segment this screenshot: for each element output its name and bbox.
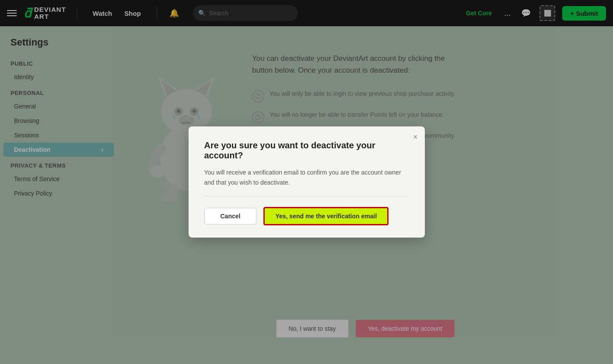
modal-body-text: You will receive a verification email to… [204,168,409,187]
modal-close-button[interactable]: × [413,133,418,142]
modal-divider [204,196,409,196]
modal-dialog: × Are you sure you want to deactivate yo… [189,126,425,238]
modal-confirm-button[interactable]: Yes, send me the verification email [263,207,389,225]
modal-actions: Cancel Yes, send me the verification ema… [204,207,409,225]
modal-cancel-button[interactable]: Cancel [204,208,257,224]
modal-title: Are you sure you want to deactivate your… [204,140,409,161]
modal-overlay[interactable]: × Are you sure you want to deactivate yo… [0,0,613,364]
